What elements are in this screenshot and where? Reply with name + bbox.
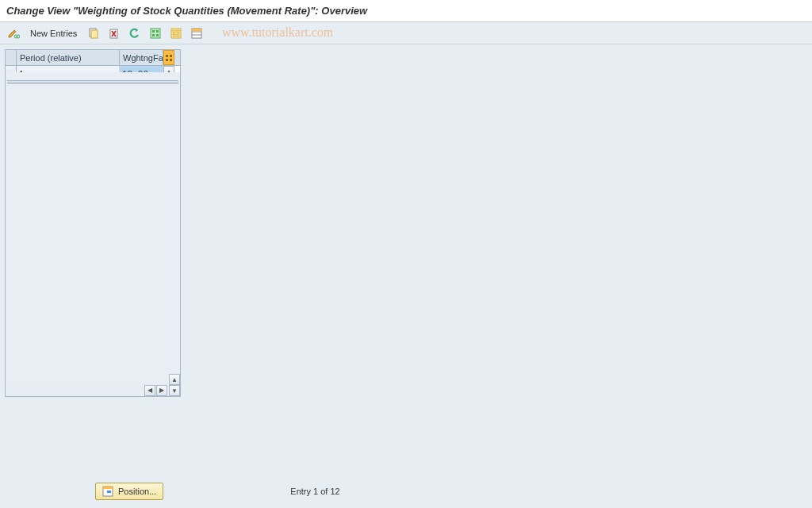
svg-rect-3 bbox=[91, 30, 98, 38]
title-bar: Change View "Weighting of Stock Quantiti… bbox=[0, 0, 812, 22]
new-entries-button[interactable]: New Entries bbox=[25, 25, 82, 41]
svg-rect-11 bbox=[156, 34, 159, 37]
row-selector-header[interactable] bbox=[6, 50, 17, 65]
grid-icon bbox=[165, 54, 173, 62]
column-header-factor[interactable]: WghtngFac bbox=[120, 50, 163, 65]
status-bar: Position... Entry 1 of 12 bbox=[0, 483, 812, 500]
delete-icon bbox=[108, 27, 121, 40]
undo-button[interactable] bbox=[126, 25, 144, 41]
scroll-track[interactable] bbox=[6, 72, 180, 385]
position-icon bbox=[102, 486, 113, 497]
vertical-scrollbar[interactable]: ▲ ▼ ▲ ▼ bbox=[163, 66, 174, 383]
column-header-period[interactable]: Period (relative) bbox=[17, 50, 120, 65]
svg-rect-7 bbox=[151, 29, 160, 38]
table-footer: ◀ ▶ bbox=[6, 383, 180, 396]
svg-rect-10 bbox=[152, 34, 155, 37]
svg-rect-8 bbox=[152, 30, 155, 33]
position-button[interactable]: Position... bbox=[95, 483, 163, 500]
pencil-glasses-icon bbox=[7, 27, 20, 40]
svg-rect-23 bbox=[166, 59, 168, 61]
deselect-all-icon bbox=[170, 27, 182, 40]
toggle-change-button[interactable] bbox=[5, 25, 22, 41]
scroll-left-button[interactable]: ◀ bbox=[144, 385, 155, 396]
svg-rect-21 bbox=[166, 55, 168, 57]
configure-button[interactable] bbox=[188, 25, 205, 41]
data-table: Period (relative) WghtngFac 110,00210,00… bbox=[5, 49, 181, 397]
scroll-up-end-button[interactable]: ▲ bbox=[169, 374, 180, 385]
content-area: Period (relative) WghtngFac 110,00210,00… bbox=[0, 44, 812, 402]
toolbar: New Entries www.tutorialkart.com bbox=[0, 22, 812, 44]
delete-button[interactable] bbox=[105, 25, 123, 41]
select-all-button[interactable] bbox=[147, 25, 164, 41]
table-header: Period (relative) WghtngFac bbox=[6, 50, 180, 66]
entry-status: Entry 1 of 12 bbox=[290, 487, 339, 496]
svg-rect-27 bbox=[107, 491, 111, 493]
position-label: Position... bbox=[118, 487, 156, 496]
svg-rect-24 bbox=[170, 59, 172, 61]
select-all-icon bbox=[149, 27, 162, 40]
copy-icon bbox=[87, 27, 100, 40]
column-config-button[interactable] bbox=[163, 50, 174, 65]
undo-icon bbox=[128, 27, 141, 40]
svg-rect-22 bbox=[170, 55, 172, 57]
svg-rect-26 bbox=[103, 487, 113, 489]
watermark: www.tutorialkart.com bbox=[222, 25, 333, 40]
copy-button[interactable] bbox=[85, 25, 102, 41]
svg-rect-20 bbox=[192, 29, 201, 31]
page-title: Change View "Weighting of Stock Quantiti… bbox=[6, 5, 367, 17]
table-settings-icon bbox=[190, 27, 203, 40]
deselect-all-button[interactable] bbox=[167, 25, 185, 41]
svg-rect-9 bbox=[156, 30, 159, 33]
scroll-down-button[interactable]: ▼ bbox=[169, 385, 180, 396]
scroll-right-button[interactable]: ▶ bbox=[156, 385, 167, 396]
